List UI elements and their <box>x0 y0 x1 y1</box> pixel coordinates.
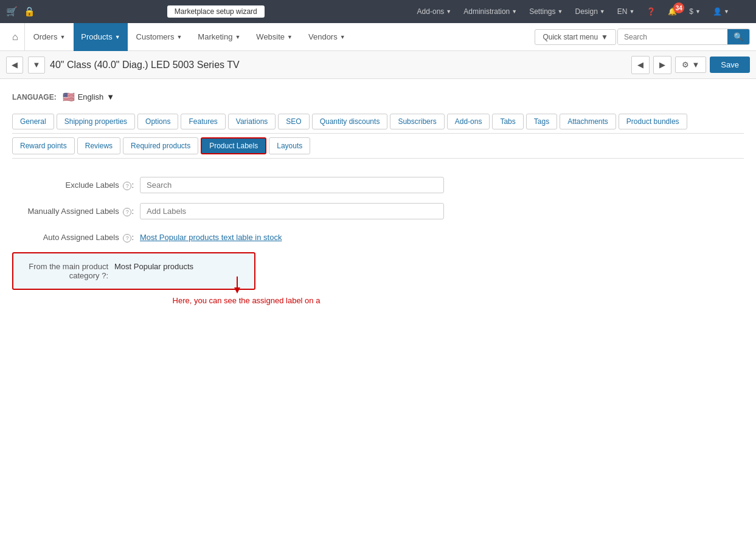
auto-assigned-help-icon[interactable]: ? <box>123 234 131 242</box>
topbar: 🛒 🔒 Marketplace setup wizard Add-ons ▼ A… <box>0 0 756 23</box>
tabs-row-1: General Shipping properties Options Feat… <box>12 114 744 134</box>
tab-subscribers[interactable]: Subscribers <box>390 114 444 129</box>
annotation-arrow-svg <box>231 277 243 295</box>
dropdown-button[interactable]: ▼ <box>28 57 45 74</box>
lang-arrow-icon: ▼ <box>629 9 634 15</box>
tab-product-labels[interactable]: Product Labels <box>201 137 266 154</box>
vendors-menu[interactable]: Vendors ▼ <box>301 23 353 51</box>
main-category-label: From the main product category ?: <box>23 262 108 280</box>
user-arrow-icon: ▼ <box>724 9 729 15</box>
addons-arrow-icon: ▼ <box>446 9 451 15</box>
currency-menu[interactable]: $ ▼ <box>684 0 706 23</box>
orders-menu[interactable]: Orders ▼ <box>26 23 73 51</box>
settings-arrow-icon: ▼ <box>558 9 563 15</box>
search-button[interactable]: 🔍 <box>727 29 749 44</box>
tab-attachments[interactable]: Attachments <box>560 114 616 129</box>
most-popular-link[interactable]: Most Popular products <box>114 262 193 271</box>
cart-icon[interactable]: 🛒 <box>6 6 18 17</box>
tab-required-products[interactable]: Required products <box>123 137 198 154</box>
administration-arrow-icon: ▼ <box>512 9 517 15</box>
titlebar: ◀ ▼ 40" Class (40.0" Diag.) LED 5003 Ser… <box>0 51 756 79</box>
exclude-labels-row: Exclude Labels ?: <box>12 177 744 193</box>
auto-assigned-label: Auto Assigned Labels ?: <box>12 229 134 242</box>
tab-reward-points[interactable]: Reward points <box>12 137 75 154</box>
prev-record-button[interactable]: ◀ <box>631 56 650 74</box>
save-button[interactable]: Save <box>710 57 750 73</box>
annotation-arrow-indicator <box>231 277 243 297</box>
exclude-labels-input-wrapper <box>140 177 444 193</box>
products-menu[interactable]: Products ▼ <box>74 23 127 51</box>
svg-marker-1 <box>234 287 240 294</box>
secondary-nav: ⌂ Orders ▼ Products ▼ Customers ▼ Market… <box>0 23 756 51</box>
page-title: 40" Class (40.0" Diag.) LED 5003 Series … <box>50 60 626 70</box>
tab-seo[interactable]: SEO <box>278 114 309 129</box>
gear-arrow-icon: ▼ <box>692 60 699 69</box>
design-menu[interactable]: Design ▼ <box>570 0 609 23</box>
tab-reviews[interactable]: Reviews <box>77 137 120 154</box>
tab-variations[interactable]: Variations <box>228 114 276 129</box>
search-box: 🔍 <box>617 29 750 45</box>
home-button[interactable]: ⌂ <box>6 23 25 51</box>
tab-product-bundles[interactable]: Product bundles <box>619 114 687 129</box>
tab-quantity-discounts[interactable]: Quantity discounts <box>312 114 388 129</box>
main-category-section: From the main product category ?: Most P… <box>12 252 255 290</box>
gear-icon: ⚙ <box>682 60 689 69</box>
exclude-labels-label: Exclude Labels ?: <box>12 177 134 190</box>
main-category-help-icon[interactable]: ? <box>102 271 106 280</box>
marketplace-wizard-button[interactable]: Marketplace setup wizard <box>167 5 265 18</box>
tab-general[interactable]: General <box>12 114 54 129</box>
currency-arrow-icon: ▼ <box>695 9 701 15</box>
settings-menu[interactable]: Settings ▼ <box>524 0 567 23</box>
search-input[interactable] <box>618 30 727 44</box>
tab-tags[interactable]: Tags <box>526 114 557 129</box>
marketing-menu[interactable]: Marketing ▼ <box>190 23 248 51</box>
auto-assigned-labels-row: Auto Assigned Labels ?: Most Popular pro… <box>12 229 744 242</box>
customers-menu[interactable]: Customers ▼ <box>129 23 190 51</box>
quick-start-arrow-icon: ▼ <box>601 33 608 41</box>
lang-dropdown-arrow-icon: ▼ <box>106 92 114 101</box>
design-arrow-icon: ▼ <box>600 9 605 15</box>
language-select[interactable]: 🇺🇸 English ▼ <box>63 91 115 103</box>
tab-tabs[interactable]: Tabs <box>492 114 523 129</box>
manually-assigned-label: Manually Assigned Labels ?: <box>12 203 134 216</box>
flag-icon: 🇺🇸 <box>63 91 75 103</box>
marketing-arrow-icon: ▼ <box>235 34 240 40</box>
manually-assigned-labels-row: Manually Assigned Labels ?: <box>12 203 744 219</box>
customers-arrow-icon: ▼ <box>176 34 182 40</box>
help-icon[interactable]: ❓ <box>642 0 661 23</box>
lang-menu[interactable]: EN ▼ <box>612 0 640 23</box>
manually-assigned-input[interactable] <box>140 203 444 219</box>
content-area: LANGUAGE: 🇺🇸 English ▼ General Shipping … <box>0 79 756 308</box>
manually-assigned-help-icon[interactable]: ? <box>123 208 131 216</box>
exclude-labels-input[interactable] <box>140 177 444 193</box>
back-button[interactable]: ◀ <box>6 57 23 74</box>
lock-icon[interactable]: 🔒 <box>24 6 35 17</box>
notification-badge: 34 <box>673 2 684 13</box>
tab-shipping[interactable]: Shipping properties <box>57 114 135 129</box>
gear-button[interactable]: ⚙ ▼ <box>675 57 706 73</box>
exclude-labels-help-icon[interactable]: ? <box>123 182 131 190</box>
user-menu[interactable]: 👤 ▼ <box>708 0 734 23</box>
tab-layouts[interactable]: Layouts <box>269 137 310 154</box>
main-category-value: Most Popular products <box>114 262 193 271</box>
tab-options[interactable]: Options <box>137 114 178 129</box>
addons-menu[interactable]: Add-ons ▼ <box>412 0 457 23</box>
tab-features[interactable]: Features <box>181 114 225 129</box>
titlebar-actions: ◀ ▶ ⚙ ▼ Save <box>631 56 750 74</box>
orders-arrow-icon: ▼ <box>60 34 65 40</box>
tabs-row-2: Reward points Reviews Required products … <box>12 137 744 159</box>
administration-menu[interactable]: Administration ▼ <box>459 0 522 23</box>
notifications-icon[interactable]: 🔔 34 <box>663 0 682 23</box>
form-section: Exclude Labels ?: Manually Assigned Labe… <box>12 171 744 296</box>
website-arrow-icon: ▼ <box>287 34 293 40</box>
manually-assigned-input-wrapper <box>140 203 444 219</box>
auto-assigned-value[interactable]: Most Popular products text lable in stoc… <box>140 229 282 242</box>
next-record-button[interactable]: ▶ <box>653 56 671 74</box>
quick-start-button[interactable]: Quick start menu ▼ <box>535 29 616 45</box>
language-label: LANGUAGE: <box>12 93 57 101</box>
website-menu[interactable]: Website ▼ <box>249 23 300 51</box>
topbar-left: 🛒 🔒 <box>6 6 35 17</box>
products-arrow-icon: ▼ <box>115 34 120 40</box>
tab-addons[interactable]: Add-ons <box>447 114 490 129</box>
annotation-container: From the main product category ?: Most P… <box>12 252 744 290</box>
